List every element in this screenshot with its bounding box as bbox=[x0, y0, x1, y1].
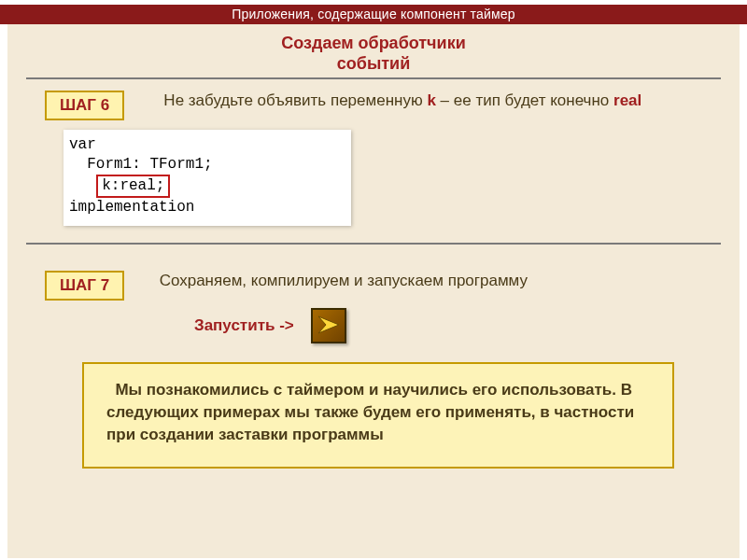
code-line-3: k:real; bbox=[69, 175, 349, 198]
step-7-badge: ШАГ 7 bbox=[45, 271, 124, 301]
header-title: Приложения, содержащие компонент таймер bbox=[232, 7, 515, 21]
code-line-2: Form1: TForm1; bbox=[69, 155, 349, 175]
step-7-row: ШАГ 7 Сохраняем, компилируем и запускаем… bbox=[45, 271, 702, 301]
run-row: Запустить -> bbox=[194, 308, 721, 343]
summary-text: Мы познакомились с таймером и научились … bbox=[106, 381, 634, 443]
code-line-4: implementation bbox=[69, 198, 349, 217]
svg-marker-0 bbox=[318, 316, 339, 333]
header-bar: Приложения, содержащие компонент таймер bbox=[0, 5, 747, 24]
step-6-text: Не забудьте объявить переменную k – ее т… bbox=[150, 91, 641, 112]
section-title-line2: событий bbox=[337, 54, 410, 73]
section-title: Создаем обработчики событий bbox=[26, 34, 721, 74]
step6-text-before: Не забудьте объявить переменную bbox=[163, 91, 427, 109]
step6-real: real bbox=[613, 91, 641, 109]
step6-text-mid: – ее тип будет конечно bbox=[436, 91, 613, 109]
run-label: Запустить -> bbox=[194, 316, 294, 335]
summary-box: Мы познакомились с таймером и научились … bbox=[82, 362, 674, 468]
code-line-1: var bbox=[69, 135, 349, 155]
code-highlight: k:real; bbox=[96, 175, 170, 198]
section-title-line1: Создаем обработчики bbox=[281, 34, 465, 52]
divider-top bbox=[26, 77, 721, 79]
step7-text-content: Сохраняем, компилируем и запускаем прогр… bbox=[160, 272, 528, 289]
divider-mid bbox=[26, 243, 721, 245]
content-area: Создаем обработчики событий ШАГ 6 Не заб… bbox=[7, 24, 740, 558]
step-6-badge: ШАГ 6 bbox=[45, 91, 124, 120]
step-6-row: ШАГ 6 Не забудьте объявить переменную k … bbox=[45, 91, 702, 120]
step6-k: k bbox=[427, 91, 435, 109]
code-snippet: var Form1: TForm1; k:real; implementatio… bbox=[63, 130, 351, 226]
step-7-text: Сохраняем, компилируем и запускаем прогр… bbox=[150, 271, 528, 292]
play-button[interactable] bbox=[311, 308, 346, 343]
